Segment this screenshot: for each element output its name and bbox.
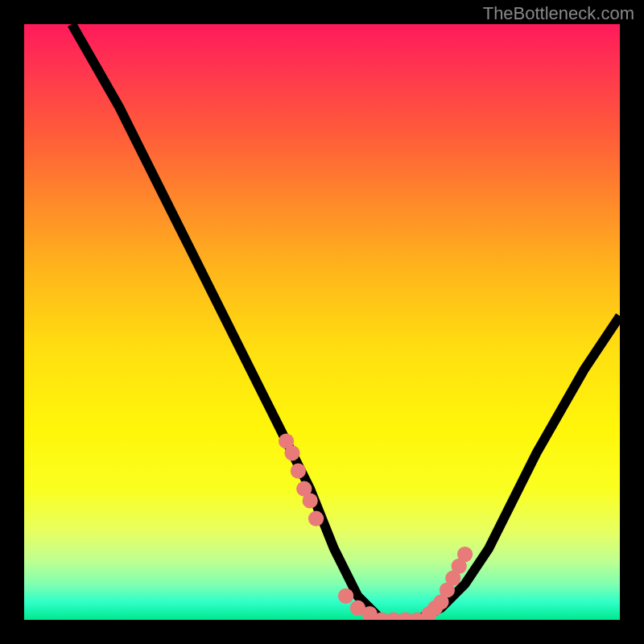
chart-plot-area <box>24 24 620 620</box>
highlight-dot <box>279 433 294 448</box>
highlight-dot <box>386 612 401 620</box>
highlight-dot <box>284 445 299 460</box>
highlight-dot <box>374 612 389 620</box>
watermark-text: TheBottleneck.com <box>483 3 634 24</box>
highlight-dot <box>362 606 378 620</box>
highlight-dot <box>350 601 365 616</box>
highlight-dot <box>410 612 425 620</box>
highlight-dot <box>291 463 306 478</box>
highlight-dot <box>398 612 413 620</box>
highlight-dots-group <box>279 433 473 620</box>
chart-svg <box>24 24 620 620</box>
highlight-dot <box>433 594 448 609</box>
highlight-dot <box>427 601 443 616</box>
highlight-dot <box>308 511 324 526</box>
highlight-dot <box>296 481 312 497</box>
highlight-dot <box>457 547 473 562</box>
highlight-dot <box>338 588 353 604</box>
bottleneck-curve-line <box>72 24 620 620</box>
highlight-dot <box>445 571 460 586</box>
highlight-dot <box>440 582 455 597</box>
highlight-dot <box>452 559 467 574</box>
highlight-dot <box>422 606 437 620</box>
highlight-dot <box>303 493 318 508</box>
